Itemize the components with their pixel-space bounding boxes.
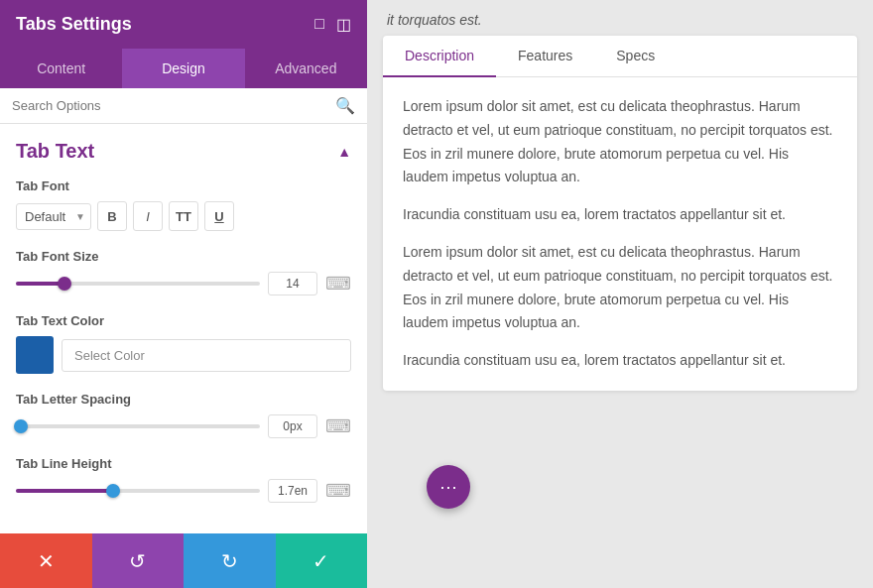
font-select[interactable]: Default: [16, 203, 91, 230]
preview-para-4: Iracundia constituam usu ea, lorem tract…: [403, 349, 837, 373]
save-button[interactable]: ✓: [276, 533, 368, 588]
cancel-button[interactable]: ✕: [0, 533, 92, 588]
bottom-toolbar: ✕ ↺ ↻ ✓: [0, 533, 367, 588]
tt-button[interactable]: TT: [169, 201, 198, 231]
section-title: Tab Text: [16, 140, 94, 163]
italic-button[interactable]: I: [133, 201, 163, 231]
tab-design[interactable]: Design: [122, 49, 244, 88]
font-size-row: Tab Font Size ⌨: [16, 249, 351, 295]
preview-body: Lorem ipsum dolor sit amet, est cu delic…: [383, 77, 857, 391]
font-size-slider-row: ⌨: [16, 272, 351, 295]
font-select-wrapper: Default ▼: [16, 203, 91, 230]
history-button[interactable]: ↺: [92, 533, 185, 588]
left-panel: Tabs Settings □ ◫ Content Design Advance…: [0, 0, 367, 588]
text-color-label: Tab Text Color: [16, 313, 351, 328]
font-label: Tab Font: [16, 178, 351, 193]
font-size-input[interactable]: [268, 272, 317, 295]
header-icons: □ ◫: [314, 15, 351, 34]
search-bar: 🔍: [0, 88, 367, 124]
search-icon: 🔍: [335, 96, 355, 115]
fab-button[interactable]: ⋯: [427, 465, 470, 509]
letter-spacing-track[interactable]: [16, 424, 260, 428]
preview-para-2: Iracundia constituam usu ea, lorem tract…: [403, 203, 837, 227]
preview-para-3: Lorem ipsum dolor sit amet, est cu delic…: [403, 241, 837, 335]
preview-tab-features[interactable]: Features: [496, 36, 594, 77]
fab-icon: ⋯: [439, 476, 458, 498]
font-controls: Default ▼ B I TT U: [16, 201, 351, 231]
font-row: Tab Font Default ▼ B I TT U: [16, 178, 351, 231]
panel-header: Tabs Settings □ ◫: [0, 0, 367, 49]
preview-tab-specs[interactable]: Specs: [594, 36, 677, 77]
letter-spacing-input[interactable]: [268, 414, 317, 438]
columns-icon[interactable]: ◫: [336, 15, 351, 34]
tab-content[interactable]: Content: [0, 49, 122, 88]
preview-card: Description Features Specs Lorem ipsum d…: [383, 36, 857, 391]
save-icon: ✓: [312, 549, 329, 573]
letter-spacing-slider-row: ⌨: [16, 414, 351, 438]
section-header: Tab Text ▲: [16, 140, 351, 163]
redo-icon: ↻: [221, 549, 238, 573]
preview-para-1: Lorem ipsum dolor sit amet, est cu delic…: [403, 95, 837, 189]
line-height-input[interactable]: [268, 479, 317, 503]
color-swatch[interactable]: [16, 336, 54, 374]
font-size-label: Tab Font Size: [16, 249, 351, 264]
text-color-row: Tab Text Color Select Color: [16, 313, 351, 374]
select-color-button[interactable]: Select Color: [62, 339, 351, 372]
window-icon[interactable]: □: [314, 15, 324, 34]
letter-spacing-label: Tab Letter Spacing: [16, 392, 351, 407]
right-panel: it torquatos est. Description Features S…: [367, 0, 873, 588]
panel-title: Tabs Settings: [16, 14, 132, 35]
line-height-fill: [16, 489, 113, 493]
line-height-track[interactable]: [16, 489, 260, 493]
letter-spacing-row: Tab Letter Spacing ⌨: [16, 392, 351, 438]
tab-advanced[interactable]: Advanced: [245, 49, 367, 88]
preview-tabs: Description Features Specs: [383, 36, 857, 77]
panel-content: Tab Text ▲ Tab Font Default ▼ B I TT U T…: [0, 124, 367, 533]
bold-button[interactable]: B: [97, 201, 127, 231]
tab-switcher: Content Design Advanced: [0, 49, 367, 88]
line-height-label: Tab Line Height: [16, 456, 351, 471]
preview-tab-description[interactable]: Description: [383, 36, 496, 77]
responsive-icon-spacing[interactable]: ⌨: [325, 415, 351, 437]
preview-top-text: it torquatos est.: [367, 0, 873, 36]
line-height-slider-row: ⌨: [16, 479, 351, 503]
responsive-icon-fontsize[interactable]: ⌨: [325, 273, 351, 294]
line-height-row: Tab Line Height ⌨: [16, 456, 351, 503]
search-input[interactable]: [12, 98, 335, 113]
redo-button[interactable]: ↻: [184, 533, 276, 588]
cancel-icon: ✕: [38, 549, 55, 573]
collapse-button[interactable]: ▲: [337, 144, 351, 160]
font-size-track[interactable]: [16, 282, 260, 286]
color-row: Select Color: [16, 336, 351, 374]
line-height-thumb[interactable]: [106, 484, 120, 498]
font-size-thumb[interactable]: [58, 277, 71, 291]
letter-spacing-thumb[interactable]: [14, 419, 28, 433]
history-icon: ↺: [129, 549, 146, 573]
underline-button[interactable]: U: [204, 201, 234, 231]
responsive-icon-lineheight[interactable]: ⌨: [325, 480, 351, 502]
